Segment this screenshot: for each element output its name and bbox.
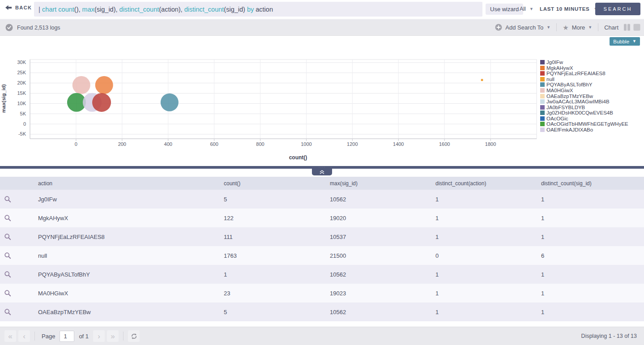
search-button[interactable]: SEARCH [595, 3, 640, 15]
bubble-MgkAHywX[interactable] [95, 76, 113, 94]
svg-text:0: 0 [23, 121, 26, 127]
add-search-to-button[interactable]: Add Search To ▼ [495, 24, 550, 31]
table-row: PQYNFjEaLzRFEAIAES81111053711 [0, 227, 644, 246]
legend-item[interactable]: MgkAHywX [540, 65, 628, 71]
bubble-Jg0ZHDsHKD0CQwEVES4B[interactable] [161, 94, 179, 111]
query-segment: (sig_id), [94, 6, 119, 13]
table-row: PQYAByASLTofBhY11056211 [0, 265, 644, 284]
legend-item[interactable]: Jg0ZHDsHKD0CQwEVES4B [540, 110, 628, 116]
legend-item[interactable]: OAEaBzpTMzYEBw [540, 93, 628, 99]
cell-distinct-count-action: 1 [431, 196, 537, 203]
row-inspect-button[interactable] [0, 233, 32, 240]
row-inspect-button[interactable] [0, 290, 32, 297]
query-segment: (action), [159, 6, 184, 13]
chart-view-group: Chart [604, 24, 640, 31]
pagination-divider [34, 332, 35, 341]
legend-label: OAcOGic [546, 116, 568, 121]
legend-item[interactable]: PQYNFjEaLzRFEAIAES8 [540, 71, 628, 77]
more-button[interactable]: ★ More ▼ [563, 24, 592, 31]
cell-max-sig-id: 10537 [325, 234, 431, 240]
header-cell-count[interactable]: count() [219, 180, 325, 187]
bubble-MA0HGiwX[interactable] [73, 76, 90, 94]
legend-swatch-icon [540, 88, 545, 93]
legend-item[interactable]: PQYAByASLTofBhY [540, 82, 628, 88]
legend-item[interactable]: null [540, 77, 628, 82]
search-query-input[interactable]: | chart count(), max(sig_id), distinct_c… [34, 2, 482, 17]
magnifier-icon [4, 233, 11, 240]
cell-distinct-count-action: 1 [431, 271, 537, 278]
row-inspect-button[interactable] [0, 308, 32, 315]
cell-distinct-count-sig-id: 1 [537, 196, 644, 203]
prev-page-button[interactable]: ‹ [18, 330, 30, 342]
cell-distinct-count-action: 1 [431, 309, 537, 315]
bubble-chart-canvas: 30K25K20K15K10K5K0-5K0200400600800100012… [0, 56, 537, 163]
legend-item[interactable]: OAcOGidTbHMWFhEGETgWHyEE [540, 121, 628, 127]
page-number-input[interactable] [60, 331, 74, 342]
header-cell-distinct-count-sig-id[interactable]: distinct_count(sig_id) [537, 180, 644, 187]
row-inspect-button[interactable] [0, 214, 32, 221]
use-wizard-button[interactable]: Use wizard [486, 4, 523, 15]
legend-swatch-icon [540, 128, 545, 132]
legend-item[interactable]: OAEfFmkAJDIXABo [540, 127, 628, 133]
full-view-button[interactable] [633, 24, 640, 31]
cell-distinct-count-sig-id: 1 [537, 234, 644, 240]
bubble-null[interactable] [481, 79, 483, 81]
scope-selector[interactable]: All ▼ [520, 6, 533, 12]
status-text: Found 2,513 logs [17, 25, 60, 31]
cell-max-sig-id: 19023 [325, 290, 431, 297]
legend-item[interactable]: OAcOGic [540, 115, 628, 121]
log-search-app: BACK | chart count(), max(sig_id), disti… [0, 0, 644, 345]
cell-count: 1763 [219, 252, 325, 259]
magnifier-icon [4, 290, 11, 297]
table-row: MgkAHywX1221902011 [0, 209, 644, 227]
toolbar-actions: Add Search To ▼ ★ More ▼ Chart [495, 19, 640, 35]
legend-swatch-icon [540, 82, 545, 87]
svg-text:10K: 10K [17, 101, 26, 106]
back-arrow-icon [5, 5, 12, 10]
first-page-button[interactable]: « [4, 330, 16, 342]
pagination-bar: « ‹ Page of 1 › » Displaying 1 - 13 of 1… [0, 327, 644, 345]
cell-distinct-count-action: 1 [431, 215, 537, 221]
magnifier-icon [4, 196, 11, 203]
back-button[interactable]: BACK [5, 5, 32, 10]
refresh-icon [131, 333, 137, 340]
row-inspect-button[interactable] [0, 252, 32, 259]
results-table: action count() max(sig_id) distinct_coun… [0, 177, 644, 321]
row-inspect-button[interactable] [0, 271, 32, 278]
cell-max-sig-id: 21500 [325, 252, 431, 259]
header-cell-distinct-count-action[interactable]: distinct_count(action) [431, 180, 537, 187]
svg-text:25K: 25K [17, 70, 26, 75]
time-range-selector[interactable]: LAST 10 MINUTES ▼ [540, 6, 598, 12]
cell-action: MgkAHywX [32, 215, 219, 221]
legend-label: OAEaBzpTMzYEBw [546, 94, 593, 99]
legend-swatch-icon [540, 71, 545, 76]
table-row: Jg0IFw51056211 [0, 190, 644, 209]
query-segment: by [247, 6, 254, 13]
header-cell-action[interactable]: action [32, 180, 219, 187]
header-cell-max-sig-id[interactable]: max(sig_id) [325, 180, 431, 187]
view-toggle-icons [623, 24, 640, 31]
cell-distinct-count-sig-id: 1 [537, 215, 644, 221]
last-page-button[interactable]: » [107, 330, 119, 342]
row-inspect-button[interactable] [0, 196, 32, 203]
cell-max-sig-id: 10562 [325, 271, 431, 278]
svg-text:-5K: -5K [18, 131, 26, 136]
query-segment: (sig_id) [224, 6, 247, 13]
split-view-icon [623, 24, 631, 31]
split-view-button[interactable] [623, 24, 631, 31]
chart-type-selector[interactable]: Bubble ▼ [610, 37, 640, 46]
next-page-button[interactable]: › [93, 330, 105, 342]
legend-item[interactable]: Jw0aACAcL3MAGwIMBi4B [540, 99, 628, 105]
chevron-down-icon: ▼ [588, 26, 592, 30]
svg-text:15K: 15K [17, 90, 26, 96]
cell-action: PQYAByASLTofBhY [32, 271, 219, 278]
chevron-down-icon: ▼ [529, 7, 533, 11]
collapse-chart-handle[interactable] [312, 169, 332, 175]
legend-item[interactable]: MA0HGiwX [540, 88, 628, 94]
legend-item[interactable]: JA0bFSYBLDYB [540, 104, 628, 110]
refresh-button[interactable] [128, 330, 140, 342]
bubble-PQYNFjEaLzRFEAIAES8[interactable] [92, 93, 111, 112]
legend-label: Jg0ZHDsHKD0CQwEVES4B [546, 110, 613, 115]
legend-item[interactable]: Jg0IFw [540, 60, 628, 65]
cell-distinct-count-action: 1 [431, 234, 537, 240]
